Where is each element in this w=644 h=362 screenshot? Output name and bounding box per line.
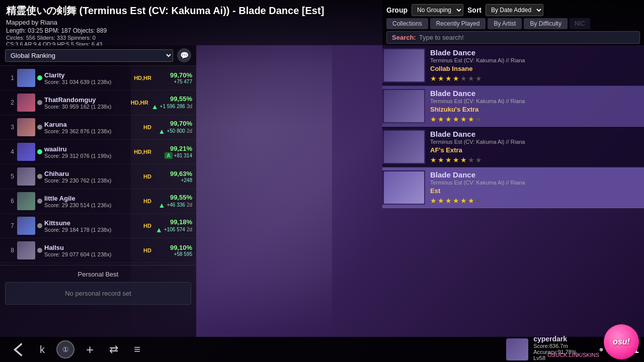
star-filled: ★ [430,74,437,82]
star-filled: ★ [460,197,467,205]
lb-player-name: waaiiru [44,145,126,153]
leaderboard-entry[interactable]: 5 Chiharu Score: 29 230 762 (1 238x) HD … [0,164,196,189]
lb-score: Score: 29 184 178 (1 238x) [44,227,126,233]
lb-rank: 5 [4,173,14,180]
lb-rank: 4 [4,148,14,155]
lb-score: Score: 30 959 162 (1 238x) [44,104,123,110]
star-filled: ★ [438,197,444,205]
leaderboard-entries: 1 Clarity Score: 31 034 639 (1 238x) HD,… [0,66,196,263]
add-button[interactable]: + [82,340,98,359]
star-filled: ★ [468,197,474,205]
personal-best-title: Personal Best [5,270,191,278]
star-filled: ★ [445,197,452,205]
status-dot [37,149,42,154]
lb-avatar [17,167,35,186]
lb-acc: 99,55% [154,194,192,201]
up-arrow: ▲ [151,103,158,111]
star-filled: ★ [430,197,437,205]
tab-by-difficulty[interactable]: By Difficulty [524,18,567,29]
sort-select[interactable]: By Date Added By Artist By Title By Diff… [486,4,543,16]
song-name: Blade Dance [430,48,639,57]
leaderboard-panel: Global Ranking Country Ranking Friend Ra… [0,45,196,337]
lb-acc: 99,70% [154,120,192,127]
star-filled: ★ [460,156,467,164]
lb-info: ThatRandomguy Score: 30 959 162 (1 238x) [44,96,123,110]
lb-avatar [17,118,35,136]
right-controls: Group No Grouping By Artist By Difficult… [382,0,644,45]
lb-player-name: Chiharu [44,170,126,177]
song-list-panel: Blade Dance Terminus Est (CV: Kakuma Ai)… [382,45,644,337]
menu-button[interactable]: ≡ [130,341,144,358]
lb-right: 99,70% +75 477 [154,71,192,84]
up-arrow: ▲ [155,226,163,234]
song-thumbnail [382,130,425,164]
star-empty: ★ [475,197,482,205]
leaderboard-entry[interactable]: 8 Hallsu Score: 29 077 604 (1 238x) HD 9… [0,238,196,263]
time-ago: 2d [187,227,192,232]
back-button[interactable] [6,335,28,362]
lb-rank: 7 [4,222,14,229]
lb-info: Chiharu Score: 29 230 762 (1 238x) [44,170,126,184]
leaderboard-entry[interactable]: 4 waaiiru Score: 29 312 076 (1 199x) HD,… [0,140,196,164]
lb-player-name: Karuna [44,121,126,128]
star-filled: ★ [445,115,452,123]
lb-rank: 1 [4,74,14,81]
leaderboard-entry[interactable]: 7 Kittsune Score: 29 184 178 (1 238x) HD… [0,214,196,238]
tab-recently-played[interactable]: Recently Played [430,18,486,29]
status-dot [37,125,42,130]
lb-right: 99,55% ▲ +1 596 286 3d [151,95,192,111]
star-filled: ★ [453,197,459,205]
star-filled: ★ [438,74,444,82]
lb-pp: +46 336 [167,202,185,208]
song-info: Blade Dance Terminus Est (CV: Kakuma Ai)… [425,167,644,208]
tab-collections[interactable]: Collections [386,18,428,29]
leaderboard-entry[interactable]: 1 Clarity Score: 31 034 639 (1 238x) HD,… [0,66,196,90]
lb-right: 99,10% +58 595 [154,244,192,257]
star-empty: ★ [468,74,474,82]
key-button[interactable]: k [36,342,49,357]
song-list-item[interactable]: Blade Dance Terminus Est (CV: Kakuma Ai)… [382,167,644,208]
tab-by-artist[interactable]: By Artist [488,18,522,29]
song-artist: Terminus Est (CV: Kakuma Ai) // Riana [430,139,639,145]
song-thumbnail [382,48,425,82]
lb-status [37,223,42,228]
lb-acc: 99,55% [151,95,192,103]
player-avatar [506,338,528,360]
chat-icon[interactable]: 💬 [177,48,191,62]
star-empty: ★ [468,156,474,164]
leaderboard-entry[interactable]: 2 ThatRandomguy Score: 30 959 162 (1 238… [0,90,196,115]
lb-pp: +81 314 [174,153,192,158]
group-select[interactable]: No Grouping By Artist By Difficulty [412,4,463,16]
star-empty: ★ [475,74,482,82]
lb-rank: 6 [4,198,14,205]
lb-status [37,199,42,204]
song-list-item[interactable]: Blade Dance Terminus Est (CV: Kakuma Ai)… [382,127,644,167]
lb-acc: 99,21% [154,145,192,152]
lb-right: 99,21% A +81 314 [154,145,192,159]
leaderboard-entry[interactable]: 3 Karuna Score: 29 362 876 (1 238x) HD 9… [0,115,196,140]
star-filled: ★ [430,115,437,123]
leaderboard-entry[interactable]: 6 little Agile Score: 29 230 514 (1 236x… [0,189,196,214]
osu-logo[interactable]: osu! [604,324,639,359]
song-info: Blade Dance Terminus Est (CV: Kakuma Ai)… [425,86,644,126]
time-ago: 2d [187,202,192,208]
lb-score: Score: 29 230 514 (1 236x) [44,202,126,208]
song-list-item[interactable]: Blade Dance Terminus Est (CV: Kakuma Ai)… [382,45,644,86]
lb-score: Score: 29 312 076 (1 199x) [44,153,126,159]
search-label: Search: [392,34,416,41]
num-button[interactable]: ① [56,340,74,358]
song-list-item[interactable]: Blade Dance Terminus Est (CV: Kakuma Ai)… [382,86,644,127]
lb-acc: 99,63% [154,170,192,177]
song-thumbnail [382,89,425,123]
star-filled: ★ [438,156,444,164]
shuffle-button[interactable]: ⇄ [105,341,122,358]
leaderboard-dropdown[interactable]: Global Ranking Country Ranking Friend Ra… [5,49,173,62]
lb-status [37,100,42,105]
star-filled: ★ [453,156,459,164]
lb-mods: HD [126,198,151,204]
tab-nic[interactable]: NIC [570,18,590,29]
lb-pp: +50 800 [167,128,185,134]
green-a-badge: A [165,152,172,159]
song-artist: Terminus Est (CV: Kakuma Ai) // Riana [430,98,639,104]
status-dot [37,248,42,253]
